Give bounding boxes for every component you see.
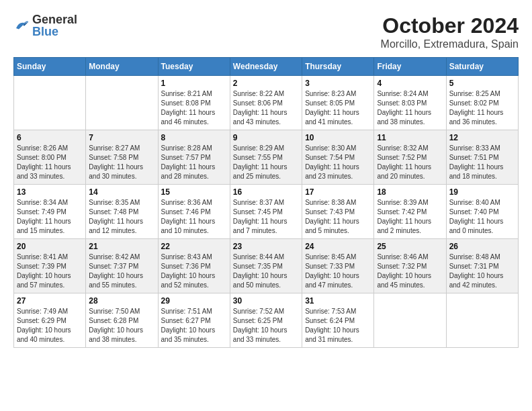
logo-icon — [13, 17, 30, 34]
calendar-header-row: SundayMondayTuesdayWednesdayThursdayFrid… — [14, 58, 519, 76]
day-cell: 30Sunrise: 7:52 AMSunset: 6:25 PMDayligh… — [230, 293, 302, 348]
day-cell: 31Sunrise: 7:53 AMSunset: 6:24 PMDayligh… — [302, 293, 374, 348]
day-cell — [374, 293, 446, 348]
logo: General Blue — [13, 13, 77, 38]
day-info: Sunrise: 8:37 AMSunset: 7:45 PMDaylight:… — [233, 198, 299, 236]
day-cell: 24Sunrise: 8:45 AMSunset: 7:33 PMDayligh… — [302, 239, 374, 293]
day-number: 13 — [17, 187, 83, 197]
day-info: Sunrise: 8:22 AMSunset: 8:06 PMDaylight:… — [233, 89, 299, 127]
day-info: Sunrise: 8:33 AMSunset: 7:51 PMDaylight:… — [449, 144, 515, 181]
day-number: 3 — [305, 79, 371, 88]
day-number: 24 — [305, 242, 371, 251]
day-cell: 21Sunrise: 8:42 AMSunset: 7:37 PMDayligh… — [86, 239, 158, 293]
day-number: 19 — [449, 187, 515, 197]
day-info: Sunrise: 8:43 AMSunset: 7:36 PMDaylight:… — [161, 253, 227, 290]
day-number: 16 — [233, 187, 299, 197]
day-info: Sunrise: 8:24 AMSunset: 8:03 PMDaylight:… — [377, 89, 443, 127]
day-number: 9 — [233, 133, 299, 142]
day-number: 29 — [161, 296, 227, 306]
day-cell: 4Sunrise: 8:24 AMSunset: 8:03 PMDaylight… — [374, 76, 446, 130]
column-header-wednesday: Wednesday — [230, 58, 302, 76]
day-info: Sunrise: 7:50 AMSunset: 6:28 PMDaylight:… — [89, 307, 154, 345]
day-cell: 27Sunrise: 7:49 AMSunset: 6:29 PMDayligh… — [14, 293, 86, 348]
day-info: Sunrise: 7:52 AMSunset: 6:25 PMDaylight:… — [233, 307, 299, 345]
day-info: Sunrise: 8:32 AMSunset: 7:52 PMDaylight:… — [377, 144, 443, 181]
day-info: Sunrise: 8:41 AMSunset: 7:39 PMDaylight:… — [17, 253, 83, 290]
day-info: Sunrise: 8:28 AMSunset: 7:57 PMDaylight:… — [161, 144, 227, 181]
week-row-1: 1Sunrise: 8:21 AMSunset: 8:08 PMDaylight… — [14, 76, 519, 130]
day-cell: 1Sunrise: 8:21 AMSunset: 8:08 PMDaylight… — [158, 76, 230, 130]
day-info: Sunrise: 8:21 AMSunset: 8:08 PMDaylight:… — [161, 89, 227, 127]
day-number: 26 — [449, 242, 515, 251]
logo-text: General Blue — [32, 13, 77, 38]
day-cell: 18Sunrise: 8:39 AMSunset: 7:42 PMDayligh… — [374, 185, 446, 239]
day-info: Sunrise: 7:51 AMSunset: 6:27 PMDaylight:… — [161, 307, 227, 345]
day-info: Sunrise: 8:35 AMSunset: 7:48 PMDaylight:… — [89, 198, 154, 236]
day-cell: 26Sunrise: 8:48 AMSunset: 7:31 PMDayligh… — [446, 239, 518, 293]
day-number: 8 — [161, 133, 227, 142]
day-info: Sunrise: 8:44 AMSunset: 7:35 PMDaylight:… — [233, 253, 299, 290]
day-cell: 20Sunrise: 8:41 AMSunset: 7:39 PMDayligh… — [14, 239, 86, 293]
day-info: Sunrise: 8:25 AMSunset: 8:02 PMDaylight:… — [449, 89, 515, 127]
day-number: 4 — [377, 79, 443, 88]
day-number: 21 — [89, 242, 154, 251]
day-cell: 17Sunrise: 8:38 AMSunset: 7:43 PMDayligh… — [302, 185, 374, 239]
day-cell — [446, 293, 518, 348]
week-row-2: 6Sunrise: 8:26 AMSunset: 8:00 PMDaylight… — [14, 130, 519, 185]
day-cell: 9Sunrise: 8:29 AMSunset: 7:55 PMDaylight… — [230, 130, 302, 185]
day-info: Sunrise: 7:49 AMSunset: 6:29 PMDaylight:… — [17, 307, 83, 345]
calendar-table: SundayMondayTuesdayWednesdayThursdayFrid… — [13, 57, 519, 348]
day-cell: 8Sunrise: 8:28 AMSunset: 7:57 PMDaylight… — [158, 130, 230, 185]
day-number: 18 — [377, 187, 443, 197]
week-row-4: 20Sunrise: 8:41 AMSunset: 7:39 PMDayligh… — [14, 239, 519, 293]
day-info: Sunrise: 8:34 AMSunset: 7:49 PMDaylight:… — [17, 198, 83, 236]
page-header: General Blue October 2024 Morcillo, Extr… — [13, 13, 519, 50]
day-number: 7 — [89, 133, 154, 142]
day-info: Sunrise: 8:45 AMSunset: 7:33 PMDaylight:… — [305, 253, 371, 290]
column-header-monday: Monday — [86, 58, 158, 76]
day-info: Sunrise: 8:36 AMSunset: 7:46 PMDaylight:… — [161, 198, 227, 236]
day-number: 1 — [161, 79, 227, 88]
day-info: Sunrise: 8:48 AMSunset: 7:31 PMDaylight:… — [449, 253, 515, 290]
week-row-3: 13Sunrise: 8:34 AMSunset: 7:49 PMDayligh… — [14, 185, 519, 239]
day-cell: 12Sunrise: 8:33 AMSunset: 7:51 PMDayligh… — [446, 130, 518, 185]
day-info: Sunrise: 7:53 AMSunset: 6:24 PMDaylight:… — [305, 307, 371, 345]
day-cell: 16Sunrise: 8:37 AMSunset: 7:45 PMDayligh… — [230, 185, 302, 239]
day-cell: 2Sunrise: 8:22 AMSunset: 8:06 PMDaylight… — [230, 76, 302, 130]
day-number: 12 — [449, 133, 515, 142]
day-cell: 14Sunrise: 8:35 AMSunset: 7:48 PMDayligh… — [86, 185, 158, 239]
day-number: 22 — [161, 242, 227, 251]
day-cell: 11Sunrise: 8:32 AMSunset: 7:52 PMDayligh… — [374, 130, 446, 185]
day-cell — [14, 76, 86, 130]
day-cell: 25Sunrise: 8:46 AMSunset: 7:32 PMDayligh… — [374, 239, 446, 293]
column-header-thursday: Thursday — [302, 58, 374, 76]
day-info: Sunrise: 8:42 AMSunset: 7:37 PMDaylight:… — [89, 253, 154, 290]
day-number: 2 — [233, 79, 299, 88]
day-cell: 23Sunrise: 8:44 AMSunset: 7:35 PMDayligh… — [230, 239, 302, 293]
day-number: 15 — [161, 187, 227, 197]
day-info: Sunrise: 8:29 AMSunset: 7:55 PMDaylight:… — [233, 144, 299, 181]
day-cell: 22Sunrise: 8:43 AMSunset: 7:36 PMDayligh… — [158, 239, 230, 293]
day-cell: 19Sunrise: 8:40 AMSunset: 7:40 PMDayligh… — [446, 185, 518, 239]
day-cell: 13Sunrise: 8:34 AMSunset: 7:49 PMDayligh… — [14, 185, 86, 239]
day-cell: 3Sunrise: 8:23 AMSunset: 8:05 PMDaylight… — [302, 76, 374, 130]
day-info: Sunrise: 8:40 AMSunset: 7:40 PMDaylight:… — [449, 198, 515, 236]
column-header-saturday: Saturday — [446, 58, 518, 76]
day-number: 30 — [233, 296, 299, 306]
page-subtitle: Morcillo, Extremadura, Spain — [381, 38, 519, 50]
day-number: 28 — [89, 296, 154, 306]
day-number: 5 — [449, 79, 515, 88]
day-cell: 28Sunrise: 7:50 AMSunset: 6:28 PMDayligh… — [86, 293, 158, 348]
column-header-sunday: Sunday — [14, 58, 86, 76]
day-info: Sunrise: 8:39 AMSunset: 7:42 PMDaylight:… — [377, 198, 443, 236]
day-number: 31 — [305, 296, 371, 306]
day-cell — [86, 76, 158, 130]
day-cell: 5Sunrise: 8:25 AMSunset: 8:02 PMDaylight… — [446, 76, 518, 130]
title-block: October 2024 Morcillo, Extremadura, Spai… — [381, 13, 519, 50]
day-cell: 10Sunrise: 8:30 AMSunset: 7:54 PMDayligh… — [302, 130, 374, 185]
day-number: 14 — [89, 187, 154, 197]
day-cell: 7Sunrise: 8:27 AMSunset: 7:58 PMDaylight… — [86, 130, 158, 185]
column-header-friday: Friday — [374, 58, 446, 76]
day-number: 11 — [377, 133, 443, 142]
day-info: Sunrise: 8:27 AMSunset: 7:58 PMDaylight:… — [89, 144, 154, 181]
